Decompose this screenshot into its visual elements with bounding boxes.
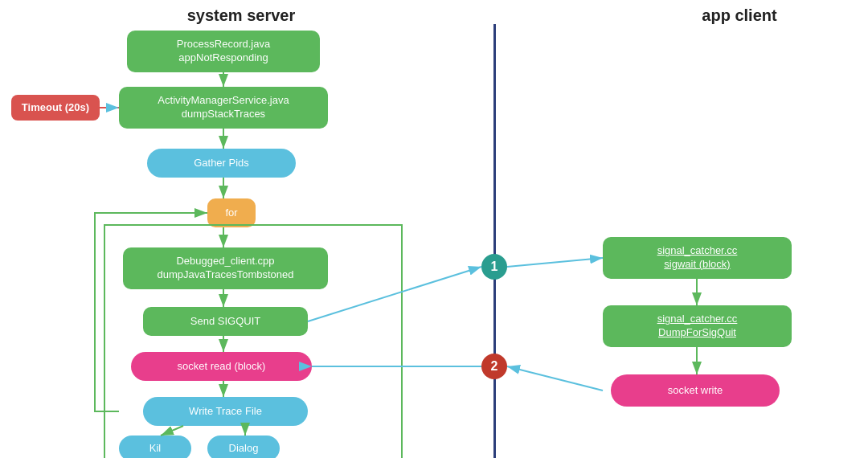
process-record-node: ProcessRecord.java appNotResponding xyxy=(127,31,320,72)
badge-1: 1 xyxy=(481,254,507,280)
diagram-container: system server app client ProcessRecord.j… xyxy=(0,0,868,458)
socket-read-node: socket read (block) xyxy=(131,352,312,381)
svg-line-16 xyxy=(507,366,603,391)
svg-line-15 xyxy=(507,258,603,267)
socket-write-node: socket write xyxy=(611,374,780,407)
signal-catcher-2-node: signal_catcher.cc DumpForSigQuit xyxy=(603,305,792,347)
app-client-title: app client xyxy=(659,6,820,25)
for-loop-node: for xyxy=(207,198,256,227)
svg-line-11 xyxy=(161,426,183,436)
badge-2: 2 xyxy=(481,354,507,379)
svg-line-14 xyxy=(308,267,481,321)
send-sigquit-node: Send SIGQUIT xyxy=(143,307,308,336)
gather-pids-node: Gather Pids xyxy=(147,149,296,178)
signal-catcher-1-node: signal_catcher.cc sigwait (block) xyxy=(603,237,792,279)
kil-node: Kil xyxy=(119,436,191,458)
timeline-line xyxy=(493,24,496,458)
activity-manager-node: ActivityManagerService.java dumpStackTra… xyxy=(119,87,328,129)
write-trace-node: Write Trace File xyxy=(143,397,308,426)
timeout-label: Timeout (20s) xyxy=(11,95,100,121)
debugged-client-node: Debugged_client.cpp dumpJavaTracesTombst… xyxy=(123,247,328,289)
dialog-node: Dialog xyxy=(207,436,280,458)
system-server-title: system server xyxy=(121,6,362,25)
